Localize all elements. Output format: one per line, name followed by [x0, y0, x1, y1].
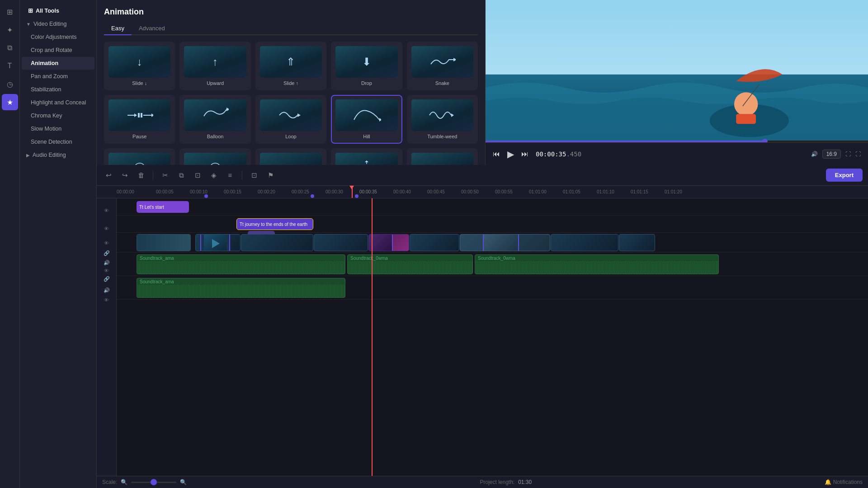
rail-btn-grid[interactable]: ⊞ — [2, 4, 18, 20]
overlay-clip-large[interactable] — [483, 234, 519, 251]
export-button[interactable]: Export — [826, 169, 863, 182]
ruler-mark-0: 00:00:00 — [117, 189, 134, 194]
track-video-main — [117, 233, 868, 253]
video-clip-9[interactable] — [619, 234, 655, 251]
anim-drop[interactable]: ⬇ Drop — [331, 42, 402, 90]
track-lock-video[interactable]: 🔗 — [102, 249, 111, 258]
anim-zoom-in[interactable]: Zoom in — [255, 148, 326, 165]
anim-vortex-out[interactable]: Vortex – out — [179, 148, 250, 165]
video-clip-3[interactable] — [241, 234, 313, 251]
fullscreen-icon[interactable]: ⛶ — [855, 151, 861, 157]
track-mute-audio2[interactable]: 🔊 — [102, 286, 111, 295]
sidebar-item-chroma-key[interactable]: Chroma Key — [22, 109, 94, 122]
track-content[interactable]: Tt Let's start Tt journey to the ends of… — [117, 198, 868, 476]
video-clip-5[interactable] — [368, 234, 409, 251]
split-btn[interactable]: ◈ — [208, 169, 220, 182]
skip-back-btn[interactable]: ⏮ — [493, 150, 500, 158]
rail-btn-star[interactable]: ★ — [2, 94, 18, 110]
video-clip-2[interactable] — [195, 234, 241, 251]
rail-btn-text[interactable]: T — [2, 58, 18, 74]
copy-btn[interactable]: ⧉ — [175, 169, 188, 182]
video-clip-1[interactable] — [137, 234, 191, 251]
delete-btn[interactable]: 🗑 — [135, 169, 147, 182]
overlay-clip-1[interactable] — [200, 234, 230, 251]
play-btn[interactable]: ▶ — [507, 149, 514, 160]
anim-vortex-in[interactable]: ↺ Vortex – in — [104, 148, 175, 165]
sidebar-item-audio-editing[interactable]: ▶ Audio Editing — [22, 149, 94, 161]
sidebar-item-stabilization[interactable]: Stabilization — [22, 83, 94, 96]
marker-btn[interactable]: ⚑ — [264, 169, 277, 182]
track-lock-audio1[interactable]: 🔗 — [102, 275, 111, 282]
undo-btn[interactable]: ↩ — [102, 169, 115, 182]
track-mute-audio1[interactable]: 🔊 — [102, 259, 111, 266]
notifications-btn[interactable]: 🔔 Notifications — [825, 479, 863, 485]
vortex-out-icon — [204, 160, 226, 165]
video-clip-6[interactable] — [410, 234, 459, 251]
clip-journey[interactable]: Tt journey to the ends of the earth — [236, 218, 313, 230]
tab-easy[interactable]: Easy — [104, 22, 132, 35]
audio-track-2-clips: Soundtrack_ama — [137, 278, 868, 298]
track-visibility-audio2[interactable]: 👁 — [102, 296, 111, 305]
video-clip-8[interactable] — [551, 234, 618, 251]
svg-point-24 — [734, 92, 758, 116]
redo-btn[interactable]: ↪ — [118, 169, 131, 182]
skip-forward-btn[interactable]: ⏭ — [521, 150, 528, 158]
overlay-clip-flowers[interactable] — [368, 234, 393, 251]
anim-tumble-weed[interactable]: Tumble-weed — [407, 95, 478, 144]
video-clip-4[interactable] — [314, 234, 368, 251]
menu-btn[interactable]: ≡ — [224, 169, 236, 182]
anim-loop[interactable]: Loop — [255, 95, 326, 144]
sidebar-video-editing[interactable]: ▼ Video Editing — [22, 18, 94, 30]
anim-fade-in[interactable]: Fade in — [407, 148, 478, 165]
sidebar-item-slow-motion[interactable]: Slow Motion — [22, 122, 94, 135]
anim-hill[interactable]: Hill — [331, 95, 402, 144]
video-clip-7[interactable] — [460, 234, 550, 251]
anim-balloon[interactable]: Balloon — [179, 95, 250, 144]
anim-thumb-vortex-in: ↺ — [108, 153, 170, 165]
track-visibility-text2[interactable]: 👁 — [102, 224, 111, 233]
anim-snake[interactable]: Snake — [407, 42, 478, 90]
tab-advanced[interactable]: Advanced — [132, 22, 172, 35]
rail-btn-layers[interactable]: ⧉ — [2, 40, 18, 56]
sidebar-item-color-adjustments[interactable]: Color Adjustments — [22, 31, 94, 43]
sidebar-item-crop-rotate[interactable]: Crop and Rotate — [22, 44, 94, 56]
track-visibility-audio1[interactable]: 👁 — [102, 267, 111, 274]
ruler-mark-4: 00:00:20 — [258, 189, 275, 194]
volume-icon[interactable]: 🔊 — [811, 151, 818, 157]
audio-clip-2[interactable]: Soundtrack_0wma — [347, 254, 473, 274]
audio-label-3: Soundtrack_0wma — [478, 256, 515, 261]
track-marker-2 — [311, 194, 314, 198]
anim-zoom-out[interactable]: Zoom out — [331, 148, 402, 165]
anim-slide-down[interactable]: ↓ Slide ↓ — [104, 42, 175, 90]
anim-slide-up[interactable]: ⇑ Slide ↑ — [255, 42, 326, 90]
rail-btn-clock[interactable]: ◷ — [2, 76, 18, 92]
audio-bg-clip-1[interactable]: Soundtrack_ama — [137, 278, 345, 298]
project-length-value: 01:30 — [518, 479, 532, 485]
crop-btn[interactable]: ⊡ — [191, 169, 204, 182]
sidebar-item-scene-detection[interactable]: Scene Detection — [22, 136, 94, 148]
track-visibility-video[interactable]: 👁 — [102, 239, 111, 248]
rail-btn-magic[interactable]: ✦ — [2, 22, 18, 38]
anim-label-balloon: Balloon — [184, 134, 246, 139]
toolbar-divider-2 — [242, 171, 242, 180]
clip-lets-start[interactable]: Tt Let's start — [137, 201, 189, 213]
audio-waveform-1 — [137, 261, 345, 274]
playhead-line[interactable] — [352, 186, 353, 198]
scale-text-label: Scale: — [102, 479, 117, 485]
sidebar-item-animation[interactable]: Animation — [22, 57, 94, 70]
overlay-large-bg — [484, 234, 518, 251]
audio-clip-1[interactable]: Soundtrack_ama — [137, 254, 345, 274]
sidebar-item-highlight-conceal[interactable]: Highlight and Conceal — [22, 96, 94, 109]
subtitle-btn[interactable]: ⊡ — [248, 169, 260, 182]
animation-grid: ↓ Slide ↓ ↑ Upward ⇑ — [104, 42, 478, 165]
sidebar-item-pan-zoom[interactable]: Pan and Zoom — [22, 70, 94, 83]
fit-screen-icon[interactable]: ⛶ — [845, 151, 851, 157]
track-visibility-text1[interactable]: 👁 — [102, 206, 111, 215]
cut-btn[interactable]: ✂ — [159, 169, 171, 182]
scale-slider[interactable] — [131, 482, 176, 483]
audio-clip-3[interactable]: Soundtrack_0wma — [475, 254, 719, 274]
anim-upward[interactable]: ↑ Upward — [179, 42, 250, 90]
sidebar-all-tools[interactable]: ⊞ All Tools — [22, 4, 94, 17]
aspect-ratio-selector[interactable]: 16:9 — [822, 150, 841, 159]
anim-pause[interactable]: Pause — [104, 95, 175, 144]
